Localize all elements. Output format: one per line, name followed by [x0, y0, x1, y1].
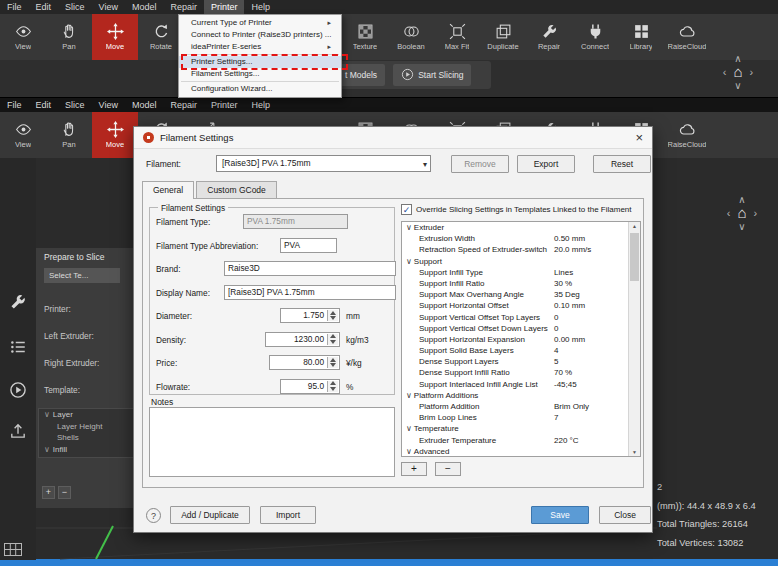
tab-general[interactable]: General: [142, 181, 194, 199]
home-icon[interactable]: ⌂: [733, 64, 742, 80]
chevron-left-icon[interactable]: ‹: [727, 205, 731, 221]
menu-help[interactable]: Help: [244, 0, 277, 14]
settings-row-support-vertical-offset-top-layers[interactable]: Support Vertical Offset Top Layers0: [402, 312, 640, 323]
settings-group-advanced[interactable]: ∨Advanced: [402, 446, 640, 457]
close-icon[interactable]: ×: [635, 131, 643, 144]
scrollbar-thumb[interactable]: [630, 233, 639, 281]
settings-row-dense-support-layers[interactable]: Dense Support Layers5: [402, 356, 640, 367]
remove-group-button[interactable]: −: [58, 486, 71, 499]
menu-item-filament-settings[interactable]: Filament Settings...: [179, 68, 341, 80]
start-slicing-button[interactable]: Start Slicing: [393, 64, 471, 86]
chevron-down-icon[interactable]: ∨: [406, 257, 412, 266]
toolbar-button-raisecloud[interactable]: RaiseCloud: [664, 112, 710, 158]
menu-view[interactable]: View: [92, 98, 125, 112]
add-setting-button[interactable]: +: [401, 462, 427, 476]
settings-row-support-infill-ratio[interactable]: Support Infill Ratio30 %: [402, 278, 640, 289]
settings-group-temperature[interactable]: ∨Temperature: [402, 423, 640, 434]
chevron-down-icon[interactable]: ∨: [44, 410, 50, 419]
reset-button[interactable]: Reset: [593, 155, 651, 173]
brand-input[interactable]: Raise3D: [224, 261, 396, 276]
close-button[interactable]: Close: [599, 506, 651, 524]
density-spinner[interactable]: 1230.00: [265, 332, 340, 347]
notes-textarea[interactable]: [149, 407, 395, 477]
menu-slice[interactable]: Slice: [58, 98, 92, 112]
override-checkbox-row[interactable]: ✓ Override Slicing Settings in Templates…: [401, 204, 632, 215]
spinner-arrows-icon[interactable]: [327, 310, 338, 321]
menu-item-configuration-wizard[interactable]: Configuration Wizard...: [179, 83, 341, 95]
chevron-down-icon[interactable]: ∨: [706, 80, 770, 91]
add-group-button[interactable]: +: [42, 486, 55, 499]
grid-icon[interactable]: [4, 542, 22, 555]
import-button[interactable]: Import: [260, 506, 316, 524]
chevron-down-icon[interactable]: ∨: [406, 424, 412, 433]
settings-row-dense-support-infill-ratio[interactable]: Dense Support Infill Ratio70 %: [402, 367, 640, 378]
filament-type-abbreviation-input[interactable]: PVA: [280, 238, 337, 253]
price-spinner[interactable]: 80.00: [269, 355, 340, 370]
checkbox-checked-icon[interactable]: ✓: [401, 204, 412, 215]
toolbar-button-view[interactable]: View: [0, 14, 46, 60]
taskbar[interactable]: [0, 559, 778, 566]
diameter-spinner[interactable]: 1.750: [280, 308, 340, 323]
filament-type-input[interactable]: PVA 1.75mm: [243, 214, 348, 229]
add-duplicate-button[interactable]: Add / Duplicate: [170, 506, 250, 524]
toolbar-button-pan[interactable]: Pan: [46, 14, 92, 60]
toolbar-button-move[interactable]: Move: [92, 14, 138, 60]
scroll-down-icon[interactable]: ▼: [629, 449, 640, 455]
menu-item-connect-to-printer-raise3d-printers[interactable]: Connect to Printer (Raise3D printers) ..…: [179, 29, 341, 41]
remove-button[interactable]: Remove: [451, 155, 509, 173]
play-icon[interactable]: [9, 381, 27, 399]
toolbar-button-move[interactable]: Move: [92, 112, 138, 158]
menu-repair[interactable]: Repair: [163, 98, 204, 112]
remove-setting-button[interactable]: −: [435, 462, 461, 476]
settings-row-support-max-overhang-angle[interactable]: Support Max Overhang Angle35 Deg: [402, 289, 640, 300]
chevron-right-icon[interactable]: ›: [754, 205, 758, 221]
chevron-down-icon[interactable]: ∨: [406, 447, 412, 456]
menu-edit[interactable]: Edit: [29, 98, 59, 112]
toolbar-button-view[interactable]: View: [0, 112, 46, 158]
save-button[interactable]: Save: [531, 506, 589, 524]
filament-select[interactable]: [Raise3D] PVA 1.75mm ▾: [216, 155, 431, 172]
chevron-down-icon[interactable]: ∨: [406, 391, 412, 400]
menu-item-printer-settings[interactable]: Printer Settings...: [179, 56, 341, 68]
toolbar-button-max-fit[interactable]: Max Fit: [434, 14, 480, 60]
menu-model[interactable]: Model: [125, 0, 164, 14]
menu-edit[interactable]: Edit: [29, 0, 59, 14]
chevron-down-icon[interactable]: ∨: [406, 223, 412, 232]
toolbar-button-boolean[interactable]: Boolean: [388, 14, 434, 60]
settings-row-support-solid-base-layers[interactable]: Support Solid Base Layers4: [402, 345, 640, 356]
menu-printer[interactable]: Printer: [204, 98, 245, 112]
chevron-right-icon[interactable]: ›: [750, 64, 754, 80]
settings-row-support-horizontal-offset[interactable]: Support Horizontal Offset0.10 mm: [402, 300, 640, 311]
settings-row-retraction-speed-of-extruder-switch[interactable]: Retraction Speed of Extruder-switch20.0 …: [402, 244, 640, 255]
select-template-tab[interactable]: Select Te...: [44, 268, 120, 283]
settings-row-support-interlaced-infill-angle-list[interactable]: Support Interlaced Infill Angle List-45;…: [402, 379, 640, 390]
settings-group-platform-additions[interactable]: ∨Platform Additions: [402, 390, 640, 401]
settings-row-extruder-temperature[interactable]: Extruder Temperature220 °C: [402, 435, 640, 446]
settings-row-extrusion-width[interactable]: Extrusion Width0.50 mm: [402, 233, 640, 244]
list-icon[interactable]: [9, 338, 27, 356]
flowrate-spinner[interactable]: 95.0: [280, 379, 340, 394]
spinner-arrows-icon[interactable]: [327, 357, 338, 368]
menu-view[interactable]: View: [92, 0, 125, 14]
help-button[interactable]: ?: [146, 508, 161, 523]
settings-group-extruder[interactable]: ∨Extruder: [402, 222, 640, 233]
spinner-arrows-icon[interactable]: [327, 334, 338, 345]
export-button[interactable]: Export: [517, 155, 575, 173]
menu-help[interactable]: Help: [244, 98, 277, 112]
toolbar-button-duplicate[interactable]: Duplicate: [480, 14, 526, 60]
settings-row-platform-addition[interactable]: Platform AdditionBrim Only: [402, 401, 640, 412]
scrollbar[interactable]: ▲ ▼: [628, 222, 640, 456]
menu-repair[interactable]: Repair: [163, 0, 204, 14]
import-models-button[interactable]: t Models: [337, 64, 385, 86]
toolbar-button-raisecloud[interactable]: RaiseCloud: [664, 14, 710, 60]
chevron-down-icon[interactable]: ∨: [710, 221, 774, 232]
scroll-up-icon[interactable]: ▲: [629, 223, 640, 229]
upload-icon[interactable]: [9, 422, 27, 440]
menu-file[interactable]: File: [0, 0, 29, 14]
menu-file[interactable]: File: [0, 98, 29, 112]
settings-row-support-horizontal-expansion[interactable]: Support Horizontal Expansion0.00 mm: [402, 334, 640, 345]
toolbar-button-pan[interactable]: Pan: [46, 112, 92, 158]
settings-row-support-infill-type[interactable]: Support Infill TypeLines: [402, 267, 640, 278]
chevron-left-icon[interactable]: ‹: [723, 64, 727, 80]
settings-group-support[interactable]: ∨Support: [402, 256, 640, 267]
